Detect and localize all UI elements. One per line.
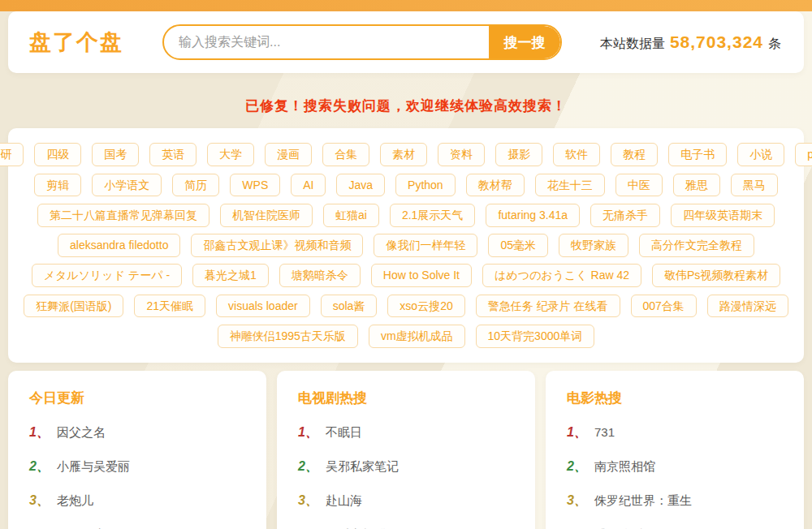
tag[interactable]: 007合集 [631, 295, 697, 318]
tag[interactable]: 高分作文完全教程 [639, 234, 754, 257]
rank-list: 1、因父之名2、小雁与吴爱丽3、老炮儿4、僵尸先生 [29, 424, 245, 529]
tag[interactable]: 合集 [322, 143, 369, 166]
tag[interactable]: 花生十三 [535, 174, 605, 197]
tag[interactable]: 小说 [737, 143, 784, 166]
tag[interactable]: sola酱 [321, 295, 378, 318]
list-item[interactable]: 3、侏罗纪世界：重生 [567, 492, 783, 510]
tag[interactable]: 漫画 [265, 143, 312, 166]
column-title: 电视剧热搜 [298, 389, 514, 407]
tag[interactable]: 邵鑫古文观止课》视频和音频 [191, 234, 363, 257]
tag[interactable]: 中医 [615, 174, 663, 197]
tag[interactable]: aleksandra filedotto [58, 234, 180, 257]
tag[interactable]: 21天催眠 [134, 295, 205, 318]
tag[interactable]: 简历 [172, 174, 219, 197]
tag[interactable]: 资料 [438, 143, 485, 166]
rank-number: 2、 [567, 458, 594, 475]
list-item[interactable]: 1、因父之名 [29, 424, 245, 441]
tag[interactable]: 神雕侠侣1995古天乐版 [218, 325, 358, 348]
tag[interactable]: 像我们一样年轻 [374, 234, 477, 257]
tag[interactable]: visuals loader [216, 295, 310, 318]
tag[interactable]: 虹猫ai [323, 204, 379, 227]
tag[interactable]: 剪辑 [34, 174, 81, 197]
tag[interactable]: 警急任务 纪录片 在线看 [476, 295, 620, 318]
tag[interactable]: 暮光之城1 [192, 264, 269, 287]
tag[interactable]: 小学语文 [92, 174, 162, 197]
tag[interactable]: WPS [230, 174, 280, 197]
column-title: 今日更新 [29, 389, 245, 407]
tag[interactable]: 软件 [553, 143, 600, 166]
tag[interactable]: 敬伟Ps视频教程素材 [652, 264, 780, 287]
tag[interactable]: はめつのおうこく Raw 42 [482, 264, 641, 287]
search-input[interactable] [164, 26, 489, 58]
rank-list: 1、7312、南京照相馆3、侏罗纪世界：重生4、捕风追影 [567, 424, 783, 529]
tag[interactable]: メタルソリッド テーパ - [32, 264, 182, 287]
rank-number: 1、 [298, 424, 326, 441]
tag[interactable]: 黑马 [731, 174, 778, 197]
tag[interactable]: 四年级英语期末 [671, 204, 775, 227]
tag[interactable]: 05毫米 [488, 234, 548, 257]
list-item[interactable]: 1、不眠日 [298, 424, 514, 441]
list-item[interactable]: 2、吴邪私家笔记 [298, 458, 514, 475]
tag[interactable]: 英语 [149, 143, 197, 166]
tag[interactable]: 第二十八篇直播常见弹幕回复 [37, 204, 209, 227]
tag-row: 第二十八篇直播常见弹幕回复机智住院医师虹猫ai2.1展示天气futaring 3… [32, 204, 780, 227]
tag[interactable]: 路漫情深远 [707, 295, 788, 318]
tag[interactable]: 2.1展示天气 [390, 204, 475, 227]
item-title: 小雁与吴爱丽 [57, 459, 130, 475]
tag-row: 狂舞派(国语版)21天催眠visuals loadersola酱xso云搜20警… [32, 295, 780, 318]
tag[interactable]: ppt [795, 143, 812, 166]
tag[interactable]: 摄影 [495, 143, 542, 166]
rank-list: 1、不眠日2、吴邪私家笔记3、赴山海4、欢乐家长群2 [298, 424, 514, 529]
item-title: 侏罗纪世界：重生 [594, 493, 692, 509]
tag[interactable]: 牧野家族 [559, 234, 628, 257]
stats-suffix: 条 [768, 36, 781, 53]
stats-prefix: 本站数据量 [600, 36, 665, 53]
rank-number: 1、 [567, 424, 594, 441]
tag[interactable]: 教程 [611, 143, 658, 166]
tag[interactable]: vm虚拟机成品 [369, 325, 465, 348]
stats-number: 58,703,324 [670, 32, 763, 52]
column-tv-hot: 电视剧热搜 1、不眠日2、吴邪私家笔记3、赴山海4、欢乐家长群2 [277, 371, 535, 529]
tag[interactable]: How to Solve It [371, 264, 472, 287]
tag[interactable]: AI [291, 174, 326, 197]
tag[interactable]: xso云搜20 [387, 295, 464, 318]
top-orange-strip [0, 0, 812, 11]
tag[interactable]: 素材 [380, 143, 427, 166]
item-title: 731 [594, 425, 615, 439]
search-button[interactable]: 搜一搜 [489, 26, 560, 58]
tag-row: 考研四级国考英语大学漫画合集素材资料摄影软件教程电子书小说ppt [32, 143, 780, 166]
tag[interactable]: 考研 [0, 143, 24, 166]
rank-number: 3、 [298, 492, 326, 510]
tag[interactable]: 四级 [34, 143, 81, 166]
rank-number: 2、 [298, 458, 326, 475]
tag[interactable]: futaring 3.41a [486, 204, 580, 227]
tag[interactable]: 电子书 [668, 143, 727, 166]
tag-row: メタルソリッド テーパ -暮光之城1塘鹅暗杀令How to Solve Itはめ… [32, 264, 780, 287]
tag[interactable]: 教材帮 [466, 174, 525, 197]
list-item[interactable]: 3、赴山海 [298, 492, 514, 510]
tag[interactable]: 塘鹅暗杀令 [279, 264, 361, 287]
tag[interactable]: Python [395, 174, 456, 197]
list-item[interactable]: 2、小雁与吴爱丽 [29, 458, 245, 475]
tag-row: 神雕侠侣1995古天乐版vm虚拟机成品10天背完3000单词 [32, 325, 780, 348]
rank-number: 1、 [29, 424, 57, 441]
list-item[interactable]: 1、731 [567, 424, 783, 441]
tag[interactable]: 国考 [92, 143, 139, 166]
tag[interactable]: 大学 [207, 143, 254, 166]
list-item[interactable]: 3、老炮儿 [29, 492, 245, 510]
tag[interactable]: Java [336, 174, 385, 197]
bottom-columns: 今日更新 1、因父之名2、小雁与吴爱丽3、老炮儿4、僵尸先生 电视剧热搜 1、不… [8, 371, 804, 529]
hot-tags-card: 考研四级国考英语大学漫画合集素材资料摄影软件教程电子书小说ppt剪辑小学语文简历… [8, 128, 804, 363]
header: 盘了个盘 搜一搜 本站数据量 58,703,324 条 [8, 11, 804, 73]
column-movie-hot: 电影热搜 1、7312、南京照相馆3、侏罗纪世界：重生4、捕风追影 [546, 371, 804, 529]
tag[interactable]: 无痛杀手 [590, 204, 660, 227]
notice-banner: 已修复！搜索失败问题，欢迎继续体验高效搜索！ [0, 97, 812, 115]
tag[interactable]: 雅思 [673, 174, 720, 197]
rank-number: 3、 [567, 492, 594, 510]
tag[interactable]: 10天背完3000单词 [476, 325, 595, 348]
list-item[interactable]: 2、南京照相馆 [567, 458, 783, 475]
tag[interactable]: 机智住院医师 [220, 204, 313, 227]
tag[interactable]: 狂舞派(国语版) [24, 295, 123, 318]
site-stats: 本站数据量 58,703,324 条 [600, 32, 781, 53]
item-title: 吴邪私家笔记 [326, 459, 399, 475]
